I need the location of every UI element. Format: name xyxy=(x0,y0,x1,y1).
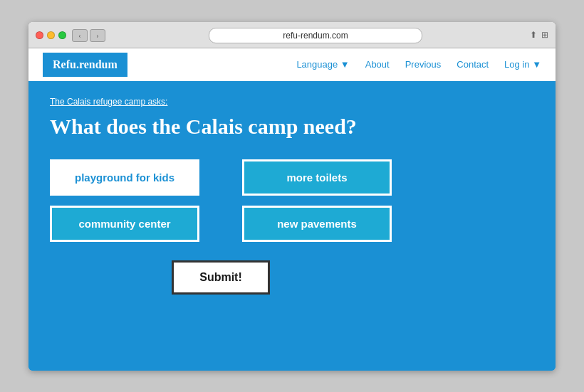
browser-actions: ⬆ ⊞ xyxy=(530,30,548,41)
login-menu[interactable]: Log in ▼ xyxy=(504,59,541,70)
main-question: What does the Calais camp need? xyxy=(50,114,357,139)
language-menu[interactable]: Language ▼ xyxy=(296,59,349,70)
site-nav: Refu.rendum Language ▼ About Previous Co… xyxy=(28,48,556,81)
submit-area: Submit! xyxy=(50,260,392,295)
new-tab-icon[interactable]: ⊞ xyxy=(541,30,548,41)
option-playground[interactable]: playground for kids xyxy=(50,159,199,196)
site-nav-links: Language ▼ About Previous Contact Log in… xyxy=(296,59,541,70)
previous-link[interactable]: Previous xyxy=(405,59,442,70)
address-bar[interactable] xyxy=(209,28,422,43)
about-link[interactable]: About xyxy=(365,59,390,70)
site-main: The Calais refugee camp asks: What does … xyxy=(28,81,556,371)
forward-button[interactable]: › xyxy=(90,29,105,42)
back-button[interactable]: ‹ xyxy=(72,29,88,42)
site-subtitle: The Calais refugee camp asks: xyxy=(50,97,167,107)
share-icon[interactable]: ⬆ xyxy=(530,30,537,41)
site-logo[interactable]: Refu.rendum xyxy=(43,53,127,77)
option-toilets[interactable]: more toilets xyxy=(242,159,392,196)
nav-buttons: ‹ › xyxy=(72,29,105,42)
browser-chrome: ‹ › ⬆ ⊞ xyxy=(28,22,556,48)
browser-top-bar: ‹ › ⬆ ⊞ xyxy=(36,28,548,43)
minimize-button[interactable] xyxy=(47,31,55,39)
maximize-button[interactable] xyxy=(58,31,66,39)
traffic-lights xyxy=(36,31,66,39)
browser-window: ‹ › ⬆ ⊞ Refu.rendum Language ▼ About Pre… xyxy=(28,22,556,371)
close-button[interactable] xyxy=(36,31,43,39)
options-grid: playground for kids more toilets communi… xyxy=(50,159,392,242)
contact-link[interactable]: Contact xyxy=(457,59,489,70)
submit-button[interactable]: Submit! xyxy=(172,260,270,295)
option-community[interactable]: community center xyxy=(50,206,199,242)
address-bar-row xyxy=(111,28,520,43)
website: Refu.rendum Language ▼ About Previous Co… xyxy=(28,48,556,371)
option-pavements[interactable]: new pavements xyxy=(242,206,392,242)
